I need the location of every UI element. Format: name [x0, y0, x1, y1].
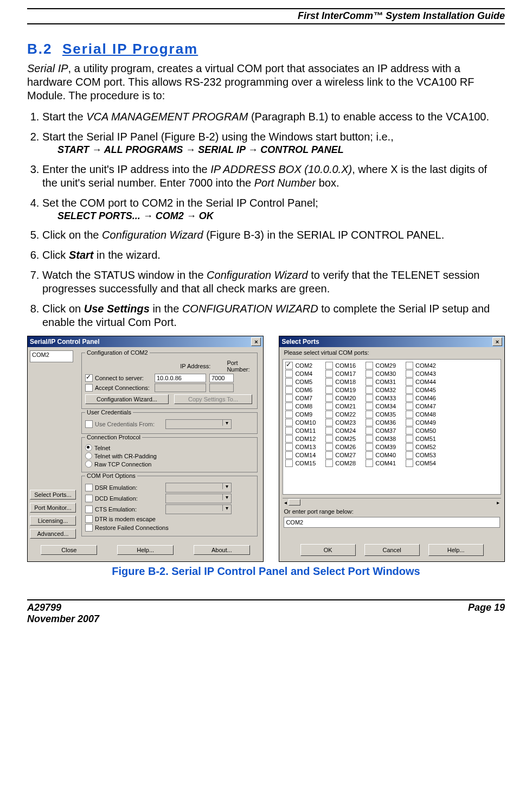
port-item[interactable]: COM27	[325, 451, 356, 459]
ip-address-input[interactable]	[155, 374, 206, 382]
port-checkbox[interactable]	[366, 459, 373, 467]
port-item[interactable]: COM7	[285, 394, 316, 402]
port-item[interactable]: COM33	[366, 394, 396, 402]
port-checkbox[interactable]	[285, 435, 293, 443]
port-item[interactable]: COM32	[366, 386, 396, 394]
port-item[interactable]: COM13	[285, 443, 316, 451]
port-checkbox[interactable]	[285, 419, 293, 426]
port-checkbox[interactable]	[325, 443, 333, 451]
close-button[interactable]: Close	[41, 545, 97, 555]
port-item[interactable]: COM11	[285, 427, 316, 434]
port-checkbox[interactable]	[366, 386, 373, 394]
port-item[interactable]: COM8	[285, 402, 316, 410]
port-item[interactable]: COM5	[285, 378, 316, 386]
ok-button[interactable]: OK	[300, 544, 356, 556]
port-item[interactable]: COM12	[285, 435, 316, 443]
port-checkbox[interactable]	[406, 411, 413, 418]
port-checkbox[interactable]	[325, 427, 333, 434]
port-range-input[interactable]	[284, 517, 500, 528]
port-item[interactable]: COM25	[325, 435, 356, 443]
port-item[interactable]: COM16	[325, 362, 356, 369]
port-monitor-button[interactable]: Port Monitor...	[30, 503, 76, 513]
port-checkbox[interactable]	[325, 411, 333, 418]
port-checkbox[interactable]	[325, 370, 333, 378]
port-item[interactable]: COM47	[406, 402, 436, 410]
port-checkbox[interactable]	[406, 394, 413, 402]
licensing-button[interactable]: Licensing...	[30, 516, 76, 526]
port-checkbox[interactable]	[285, 402, 293, 410]
port-checkbox[interactable]	[366, 394, 373, 402]
port-item[interactable]: COM44	[406, 378, 436, 386]
port-item[interactable]: COM45	[406, 386, 436, 394]
help-button[interactable]: Help...	[428, 544, 484, 556]
port-checkbox[interactable]	[285, 370, 293, 378]
port-item[interactable]: COM43	[406, 370, 436, 378]
port-item[interactable]: COM52	[406, 443, 436, 451]
port-checkbox[interactable]	[406, 362, 413, 369]
port-item[interactable]: COM54	[406, 459, 436, 467]
port-checkbox[interactable]	[325, 459, 333, 467]
port-checkbox[interactable]	[285, 451, 293, 459]
select-ports-button[interactable]: Select Ports...	[30, 490, 76, 500]
port-item[interactable]: COM37	[366, 427, 396, 434]
port-item[interactable]: COM41	[366, 459, 396, 467]
port-item[interactable]: COM53	[406, 451, 436, 459]
help-button[interactable]: Help...	[117, 545, 174, 555]
port-checkbox[interactable]	[325, 451, 333, 459]
port-checkbox[interactable]	[406, 386, 413, 394]
port-checkbox[interactable]	[366, 419, 373, 426]
port-item[interactable]: COM30	[366, 370, 396, 378]
port-checkbox[interactable]	[285, 386, 293, 394]
port-checkbox[interactable]	[366, 451, 373, 459]
port-item[interactable]: COM24	[325, 427, 356, 434]
port-checkbox[interactable]	[406, 443, 413, 451]
close-icon[interactable]: ×	[492, 337, 502, 346]
advanced-button[interactable]: Advanced...	[30, 529, 76, 539]
port-checkbox[interactable]	[406, 459, 413, 467]
port-item[interactable]: COM21	[325, 402, 356, 410]
port-checkbox[interactable]	[366, 402, 373, 410]
port-checkbox[interactable]	[406, 370, 413, 378]
connect-checkbox[interactable]	[85, 374, 93, 382]
port-checkbox[interactable]	[366, 411, 373, 418]
close-icon[interactable]: ×	[251, 337, 261, 346]
port-item[interactable]: COM17	[325, 370, 356, 378]
dtr-checkbox[interactable]	[85, 515, 93, 523]
port-checkbox[interactable]	[406, 402, 413, 410]
port-item[interactable]: COM10	[285, 419, 316, 426]
port-item[interactable]: COM26	[325, 443, 356, 451]
port-checkbox[interactable]	[325, 419, 333, 426]
port-item[interactable]: COM15	[285, 459, 316, 467]
cancel-button[interactable]: Cancel	[364, 544, 420, 556]
port-checkbox[interactable]	[285, 459, 293, 467]
port-item[interactable]: COM20	[325, 394, 356, 402]
port-item[interactable]: COM40	[366, 451, 396, 459]
port-item[interactable]: COM14	[285, 451, 316, 459]
port-item[interactable]: COM9	[285, 411, 316, 418]
port-number-input[interactable]	[209, 374, 234, 382]
port-item[interactable]: COM50	[406, 427, 436, 434]
dsr-checkbox[interactable]	[85, 484, 93, 491]
port-checkbox[interactable]	[366, 435, 373, 443]
telnet-radio[interactable]	[85, 444, 92, 451]
port-checkbox[interactable]	[366, 427, 373, 434]
port-checkbox[interactable]	[406, 378, 413, 386]
port-item[interactable]: COM38	[366, 435, 396, 443]
port-item[interactable]: COM36	[366, 419, 396, 426]
port-grid[interactable]: COM2COM4COM5COM6COM7COM8COM9COM10COM11CO…	[283, 359, 501, 495]
port-checkbox[interactable]	[406, 419, 413, 426]
port-item[interactable]: COM29	[366, 362, 396, 369]
port-checkbox[interactable]	[366, 378, 373, 386]
horizontal-scrollbar[interactable]: ◂▸	[283, 498, 501, 506]
port-checkbox[interactable]	[325, 386, 333, 394]
port-item[interactable]: COM4	[285, 370, 316, 378]
port-item[interactable]: COM39	[366, 443, 396, 451]
port-checkbox[interactable]	[366, 443, 373, 451]
port-item[interactable]: COM35	[366, 411, 396, 418]
port-checkbox[interactable]	[325, 402, 333, 410]
port-item[interactable]: COM31	[366, 378, 396, 386]
about-button[interactable]: About...	[194, 545, 250, 555]
port-item[interactable]: COM28	[325, 459, 356, 467]
config-wizard-button[interactable]: Configuration Wizard...	[85, 394, 169, 404]
port-checkbox[interactable]	[366, 370, 373, 378]
